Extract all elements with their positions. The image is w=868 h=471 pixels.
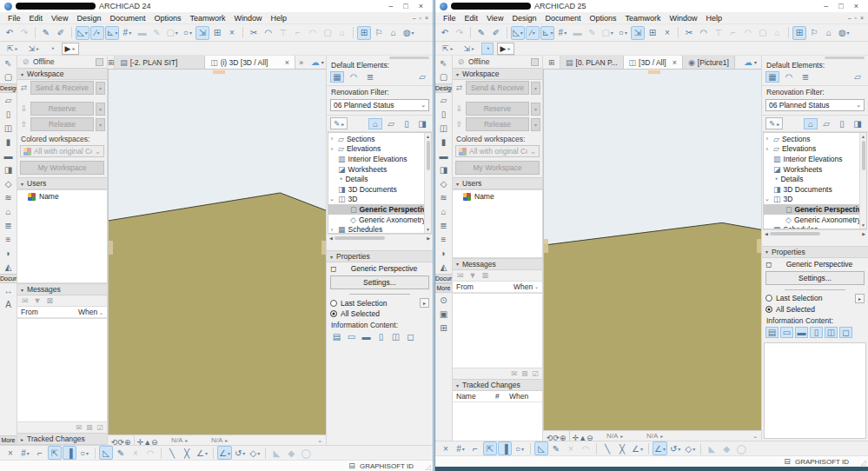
cursor-snap-icon[interactable]: ◺: [534, 441, 548, 455]
aux-c-icon[interactable]: ◣: [705, 441, 719, 455]
view-map-icon[interactable]: ▱: [384, 118, 398, 129]
adjust-icon[interactable]: ◠: [262, 26, 275, 40]
view-map-icon[interactable]: ▱: [819, 118, 833, 129]
info-id-icon[interactable]: ▤: [330, 331, 343, 342]
tree-scrollbar[interactable]: ▲▼: [859, 133, 866, 229]
origin-icon[interactable]: ×: [439, 441, 453, 455]
tree-hscrollbar[interactable]: ◀▶: [328, 234, 432, 242]
guide-lines-icon[interactable]: ∕▾: [90, 26, 104, 40]
info-line-icon[interactable]: ▬: [360, 331, 373, 342]
reserve-dropdown[interactable]: ▾: [531, 103, 540, 116]
beam-tool-icon[interactable]: ▬: [435, 149, 452, 163]
tree-item-generic-axonometry[interactable]: ◇ Generic Axonometry: [764, 215, 859, 225]
pet-palette-button[interactable]: ⇱▸: [439, 43, 457, 55]
morph-tool-icon[interactable]: ◭: [0, 260, 17, 274]
explode-icon[interactable]: ×: [660, 26, 674, 40]
menu-item[interactable]: Design: [72, 14, 105, 23]
tab-3d[interactable]: ◫ [3D / All] ×: [624, 56, 683, 69]
scroll-corner-icon[interactable]: ⌄: [752, 433, 758, 440]
intersect-icon[interactable]: ⌐: [291, 26, 305, 40]
snap-cross-icon[interactable]: ╳: [615, 441, 629, 455]
aux-c-icon[interactable]: ◣: [269, 446, 283, 460]
tree-item-sections[interactable]: › ▱ Sections: [764, 134, 859, 144]
quick-layers-icon[interactable]: ⊞: [792, 26, 806, 40]
grid-snap-icon[interactable]: #▾: [454, 441, 467, 455]
zone-tool-icon[interactable]: ⌂: [435, 204, 452, 218]
tracked-changes-list[interactable]: [453, 402, 542, 441]
info-camera-icon[interactable]: ◻: [404, 331, 417, 342]
marquee-tool-icon[interactable]: ▢: [435, 70, 452, 83]
marquee-icon[interactable]: ▢▾: [164, 26, 179, 40]
suspend-lock-icon[interactable]: ○▾: [513, 441, 527, 455]
info-text-icon[interactable]: ▭: [780, 327, 793, 338]
tree-item-3d-documents[interactable]: ◨ 3D Documents: [764, 184, 859, 195]
zone-tool-icon[interactable]: ⌂: [0, 204, 17, 218]
text-tool-icon[interactable]: A: [0, 297, 17, 311]
aux-d-icon[interactable]: ◆: [719, 441, 733, 455]
toolbox-section-design[interactable]: Design: [435, 83, 452, 93]
tree-item-3d[interactable]: ⌄ ◫ 3D: [328, 195, 424, 205]
project-map-icon[interactable]: ⌂: [368, 118, 382, 129]
user-row[interactable]: Name: [453, 190, 542, 202]
magic-wand-icon[interactable]: ◇▾: [248, 446, 262, 460]
ortho-icon[interactable]: ⌐: [468, 441, 482, 455]
renovation-filter-select[interactable]: 06 Planned Status ⌄: [765, 99, 865, 111]
stair-default-icon[interactable]: ≣: [798, 71, 812, 83]
stair-tool-icon[interactable]: ≣: [435, 218, 452, 232]
folder-icon[interactable]: ▱: [851, 71, 865, 83]
menu-item[interactable]: Help: [267, 14, 292, 23]
send-receive-button[interactable]: Send & Receive: [466, 81, 529, 95]
adjust-icon[interactable]: ◠: [697, 26, 711, 40]
tree-item-elevations[interactable]: › ▱ Elevations: [764, 144, 859, 155]
place-module-icon[interactable]: ⇲: [631, 26, 645, 40]
release-button[interactable]: Release: [30, 117, 94, 131]
release-button[interactable]: Release: [466, 117, 529, 131]
origin-icon[interactable]: ×: [3, 446, 17, 460]
quick-layers-icon[interactable]: ⊞: [357, 26, 371, 40]
all-selected-radio[interactable]: All Selected: [327, 308, 433, 319]
teamwork-cloud-button[interactable]: ☁ ▾: [739, 56, 761, 69]
stair-tool-icon[interactable]: ≣: [0, 218, 17, 232]
menu-item[interactable]: Teamwork: [185, 14, 229, 23]
aux-d-icon[interactable]: ◆: [284, 446, 298, 460]
expander-icon[interactable]: ›: [764, 146, 771, 152]
mdi-controls[interactable]: – ▫ ×: [413, 15, 429, 21]
place-module-icon[interactable]: ⇲: [195, 26, 209, 40]
tracked-changes-header[interactable]: ▸Tracked Changes: [17, 433, 107, 445]
expander-icon[interactable]: ⌄: [764, 196, 771, 202]
snap-grid-icon[interactable]: #▾: [555, 26, 569, 40]
reserve-button[interactable]: Reserve: [30, 102, 94, 116]
reference-line-icon[interactable]: ▬: [570, 26, 584, 40]
tracker-button[interactable]: ⇲▸: [25, 43, 43, 55]
reserve-button[interactable]: Reserve: [466, 102, 529, 116]
suspend-groups-icon[interactable]: ○▾: [181, 26, 195, 40]
delete-mail-icon[interactable]: ⊠: [86, 423, 92, 432]
printer-icon[interactable]: ⊟: [348, 461, 355, 470]
aux-e-icon[interactable]: ◯: [299, 446, 313, 460]
trim-icon[interactable]: ⊤: [712, 26, 726, 40]
tree-item-sections[interactable]: › ▱ Sections: [328, 134, 424, 144]
snap-reference-icon[interactable]: ▐: [498, 441, 512, 455]
slab-tool-icon[interactable]: ◨: [0, 163, 17, 176]
info-box-icon[interactable]: ▯: [374, 331, 388, 342]
tab-overflow-button[interactable]: »: [295, 56, 307, 69]
pencil-icon[interactable]: ✎: [585, 26, 599, 40]
publisher-icon[interactable]: ◨: [851, 118, 865, 129]
orientation-combo[interactable]: N/A▸: [202, 436, 238, 444]
arch-default-icon[interactable]: ◠: [347, 71, 361, 83]
fillet-icon[interactable]: ◠: [306, 26, 320, 40]
tree-item-details[interactable]: ◔ Details: [328, 174, 424, 184]
grid-snap-icon[interactable]: #▾: [18, 446, 32, 460]
send-receive-dropdown[interactable]: ▾: [531, 82, 540, 95]
library-manager-icon[interactable]: ◍▾: [401, 26, 416, 40]
pen-set-button[interactable]: ✎▸: [330, 117, 348, 129]
suspend-groups-icon[interactable]: ○▾: [616, 26, 630, 40]
tree-item-worksheets[interactable]: ◪ Worksheets: [764, 164, 859, 175]
stair-default-icon[interactable]: ≣: [363, 71, 377, 83]
expander-icon[interactable]: ›: [328, 136, 335, 142]
menu-item[interactable]: File: [439, 14, 461, 23]
graphisoft-id-link[interactable]: GRAPHISOFT ID: [360, 462, 414, 470]
menu-item[interactable]: File: [3, 14, 25, 23]
aux-b-icon[interactable]: ◠: [579, 441, 593, 455]
column-tool-icon[interactable]: ▮: [0, 135, 17, 149]
